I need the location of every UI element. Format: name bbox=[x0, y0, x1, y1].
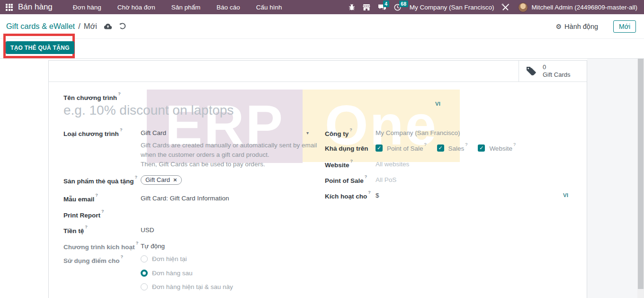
shop-icon[interactable] bbox=[363, 4, 370, 11]
field-row-trigger: Chương trình kích hoạt? Tự động bbox=[49, 243, 587, 253]
trigger-label: Chương trình kích hoạt? bbox=[63, 243, 138, 251]
control-panel: Gift cards & eWallet / Mới ⚙ Hành động bbox=[0, 14, 644, 39]
help-icon[interactable]: ? bbox=[136, 241, 139, 245]
app-name[interactable]: Bán hàng bbox=[18, 2, 53, 12]
stat-text: 0 Gift Cards bbox=[543, 63, 571, 79]
radio-icon bbox=[141, 270, 148, 277]
point-of-sale-field[interactable]: All PoS bbox=[376, 176, 396, 183]
program-name-input[interactable]: e.g. 10% discount on laptops bbox=[63, 103, 234, 118]
trigger-field[interactable]: Tự động bbox=[141, 243, 165, 250]
bug-icon[interactable] bbox=[349, 4, 355, 11]
navbar-left: Bán hàng Đơn hàng Chờ hóa đơn Sản phẩm B… bbox=[6, 0, 290, 14]
available-on-label: Khả dụng trên bbox=[325, 145, 368, 152]
form-body: ERP One VI VI Tên chương trình? e.g. 10%… bbox=[49, 82, 587, 298]
checkbox-point-of-sale[interactable]: ✓ bbox=[376, 144, 383, 152]
company-label: Công ty? bbox=[325, 129, 352, 137]
translate-badge-name[interactable]: VI bbox=[435, 101, 440, 107]
points-radio-option[interactable]: Đơn hàng hiện tại & sau này bbox=[141, 283, 233, 290]
breadcrumb-root-link[interactable]: Gift cards & eWallet bbox=[6, 22, 75, 31]
field-row-points-usage: Sử dụng điểm cho? bbox=[49, 256, 587, 267]
vertical-scrollbar[interactable] bbox=[637, 59, 644, 298]
action-menu-label: Hành động bbox=[564, 23, 598, 30]
discard-undo-icon[interactable] bbox=[119, 23, 126, 30]
breadcrumb-separator: / bbox=[78, 22, 80, 31]
stat-count: 0 bbox=[543, 63, 571, 71]
activate-for-field[interactable]: $ bbox=[376, 192, 379, 199]
tools-icon[interactable] bbox=[501, 3, 510, 11]
help-icon[interactable]: ? bbox=[424, 142, 427, 147]
scrollbar-thumb[interactable] bbox=[638, 59, 644, 289]
currency-field[interactable]: USD bbox=[141, 226, 154, 234]
translate-badge-activate[interactable]: VI bbox=[563, 192, 568, 198]
top-navbar: Bán hàng Đơn hàng Chờ hóa đơn Sản phẩm B… bbox=[0, 0, 644, 14]
right-gutter bbox=[587, 59, 637, 298]
stat-label: Gift Cards bbox=[543, 71, 571, 79]
checkbox-label[interactable]: Sales? bbox=[448, 144, 468, 152]
navbar-right: 4 68 My Company (San Francisco) bbox=[341, 2, 637, 12]
create-gift-card-button[interactable]: TẠO THẺ QUÀ TẶNG bbox=[6, 41, 74, 54]
checkbox-label[interactable]: Point of Sale? bbox=[387, 144, 427, 152]
breadcrumb-current: Mới bbox=[84, 22, 97, 31]
form-sheet: 0 Gift Cards ERP One VI VI Tên chương tr… bbox=[48, 60, 587, 298]
control-panel-right: ⚙ Hành động Mới bbox=[556, 20, 636, 33]
odoo-window: Bán hàng Đơn hàng Chờ hóa đơn Sản phẩm B… bbox=[0, 0, 644, 298]
checkbox-label[interactable]: Website? bbox=[489, 144, 516, 152]
tags-icon bbox=[526, 66, 538, 76]
help-icon[interactable]: ? bbox=[85, 225, 88, 229]
help-icon[interactable]: ? bbox=[349, 127, 352, 132]
action-band bbox=[0, 39, 644, 59]
checkbox-website[interactable]: ✓ bbox=[478, 144, 485, 152]
help-icon[interactable]: ? bbox=[350, 159, 353, 163]
points-radio-option[interactable]: Đơn hàng sau bbox=[141, 270, 192, 277]
help-icon[interactable]: ? bbox=[101, 209, 104, 214]
help-icon[interactable]: ? bbox=[365, 174, 367, 179]
chat-badge: 4 bbox=[383, 0, 389, 7]
chat-icon[interactable]: 4 bbox=[378, 4, 386, 11]
menu-products[interactable]: Sản phẩm bbox=[163, 0, 209, 14]
button-box: 0 Gift Cards bbox=[49, 61, 587, 82]
help-icon[interactable]: ? bbox=[368, 190, 371, 195]
field-row-currency: Tiền tệ? USD bbox=[49, 226, 587, 237]
save-cloud-icon[interactable] bbox=[104, 23, 112, 29]
help-icon[interactable]: ? bbox=[513, 142, 516, 147]
company-field[interactable]: My Company (San Francisco) bbox=[376, 129, 460, 136]
radio-icon bbox=[141, 283, 148, 290]
help-icon[interactable]: ? bbox=[118, 91, 121, 96]
user-avatar bbox=[518, 2, 528, 12]
main-menu: Đơn hàng Chờ hóa đơn Sản phẩm Báo cáo Cấ… bbox=[65, 0, 290, 14]
checkbox-sales[interactable]: ✓ bbox=[437, 144, 444, 152]
field-row-print-report: Print Report? bbox=[49, 211, 587, 221]
currency-label: Tiền tệ? bbox=[63, 226, 88, 235]
field-row-program-name: Tên chương trình? bbox=[49, 93, 587, 104]
field-row-website: Website? All websites bbox=[49, 161, 587, 171]
help-icon[interactable]: ? bbox=[121, 254, 124, 259]
menu-to-invoice[interactable]: Chờ hóa đơn bbox=[109, 0, 163, 14]
apps-grid-icon[interactable] bbox=[6, 4, 13, 11]
menu-reporting[interactable]: Báo cáo bbox=[208, 0, 248, 14]
clock-icon[interactable]: 68 bbox=[394, 4, 401, 11]
breadcrumb: Gift cards & eWallet / Mới bbox=[6, 22, 126, 31]
available-on-checkboxes: ✓ Point of Sale? ✓ Sales? ✓ Website? bbox=[376, 144, 526, 152]
menu-orders[interactable]: Đơn hàng bbox=[65, 0, 109, 14]
help-icon[interactable]: ? bbox=[465, 142, 467, 147]
point-of-sale-label: Point of Sale? bbox=[325, 176, 367, 184]
field-row-point-of-sale: Point of Sale? All PoS bbox=[49, 176, 587, 187]
action-gear-menu[interactable]: ⚙ Hành động bbox=[556, 23, 599, 30]
field-row-activate-for: Kích hoạt cho? $ bbox=[49, 192, 587, 202]
print-report-label: Print Report? bbox=[63, 211, 104, 219]
website-label: Website? bbox=[325, 161, 353, 169]
program-name-label: Tên chương trình? bbox=[63, 93, 121, 101]
field-row-available-on: Khả dụng trên ✓ Point of Sale? ✓ Sales? … bbox=[49, 145, 587, 155]
points-usage-label: Sử dụng điểm cho? bbox=[63, 256, 123, 264]
menu-configuration[interactable]: Cấu hình bbox=[248, 0, 290, 14]
field-row-company: Công ty? My Company (San Francisco) bbox=[49, 129, 587, 140]
user-name: Mitchell Admin (24496809-master-all) bbox=[531, 4, 637, 11]
activity-badge: 68 bbox=[399, 0, 408, 7]
user-menu[interactable]: Mitchell Admin (24496809-master-all) bbox=[518, 2, 637, 12]
activate-for-label: Kích hoạt cho? bbox=[325, 192, 371, 200]
gift-cards-stat-button[interactable]: 0 Gift Cards bbox=[519, 61, 587, 81]
gear-icon: ⚙ bbox=[556, 23, 562, 30]
new-button[interactable]: Mới bbox=[613, 20, 636, 33]
website-field[interactable]: All websites bbox=[376, 161, 409, 168]
company-switcher[interactable]: My Company (San Francisco) bbox=[410, 4, 494, 11]
